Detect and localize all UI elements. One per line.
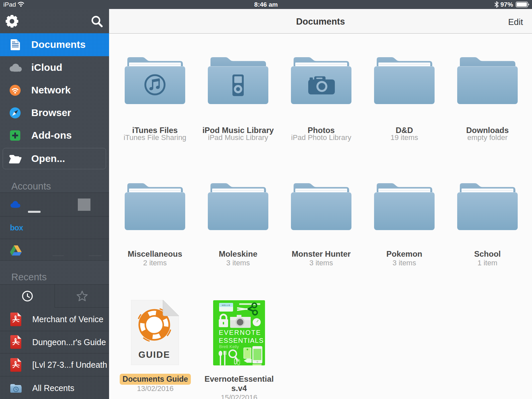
svg-text:HELLO: HELLO bbox=[222, 304, 230, 306]
svg-text:ESSENTIALS: ESSENTIALS bbox=[219, 337, 264, 344]
svg-text:EVERNOTE: EVERNOTE bbox=[219, 329, 261, 336]
svg-text:Brett Kelly: Brett Kelly bbox=[219, 344, 239, 349]
svg-text:GUIDE: GUIDE bbox=[138, 350, 170, 360]
